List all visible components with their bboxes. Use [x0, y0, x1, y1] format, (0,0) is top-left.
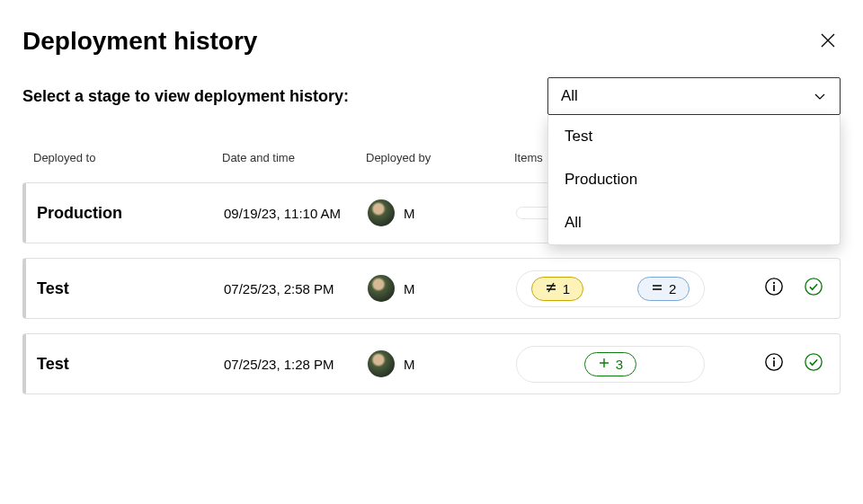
column-header-by: Deployed by	[366, 151, 514, 164]
avatar	[368, 350, 395, 377]
success-check-icon	[804, 352, 823, 376]
stage-filter-dropdown[interactable]: All	[547, 77, 841, 115]
deployment-row[interactable]: Test 07/25/23, 2:58 PM M 1 2	[22, 258, 841, 319]
deployment-datetime: 09/19/23, 11:10 AM	[224, 206, 368, 221]
items-badge-group: 1 2	[516, 270, 705, 307]
items-badge-group: 3	[516, 346, 705, 383]
stage-filter-menu: Test Production All	[547, 115, 841, 245]
deployment-datetime: 07/25/23, 1:28 PM	[224, 357, 368, 372]
info-icon[interactable]	[764, 277, 784, 300]
close-icon	[819, 31, 837, 52]
equal-icon	[651, 281, 663, 296]
pill-count: 2	[669, 281, 676, 296]
dropdown-selected-value: All	[561, 87, 578, 105]
deployment-row[interactable]: Test 07/25/23, 1:28 PM M 3	[22, 333, 841, 394]
column-header-datetime: Date and time	[222, 151, 366, 164]
add-pill[interactable]: 3	[584, 352, 636, 376]
equal-pill[interactable]: 2	[637, 277, 690, 301]
diff-pill[interactable]: 1	[531, 277, 583, 301]
success-check-icon	[804, 277, 823, 300]
deployment-stage: Production	[37, 204, 224, 223]
avatar	[368, 199, 395, 226]
page-title: Deployment history	[22, 27, 257, 56]
filter-label: Select a stage to view deployment histor…	[22, 87, 349, 106]
svg-point-7	[805, 279, 822, 295]
deployed-by-name: M	[404, 206, 415, 221]
deployment-stage: Test	[37, 355, 224, 374]
deployment-stage: Test	[37, 279, 224, 298]
plus-icon	[598, 357, 610, 372]
svg-point-5	[773, 282, 775, 284]
dropdown-option-production[interactable]: Production	[548, 158, 840, 201]
deployed-by-name: M	[404, 281, 415, 296]
svg-rect-10	[773, 360, 775, 367]
not-equal-icon	[545, 281, 557, 296]
svg-point-11	[805, 354, 822, 370]
pill-count: 1	[563, 281, 570, 296]
pill-count: 3	[616, 357, 623, 372]
close-button[interactable]	[815, 28, 841, 56]
deployment-datetime: 07/25/23, 2:58 PM	[224, 281, 368, 296]
dropdown-option-test[interactable]: Test	[548, 115, 840, 158]
info-icon[interactable]	[764, 352, 784, 376]
chevron-down-icon	[813, 89, 827, 103]
column-header-stage: Deployed to	[33, 151, 222, 164]
svg-point-9	[773, 358, 775, 359]
svg-rect-6	[773, 285, 775, 291]
avatar	[368, 275, 395, 302]
deployed-by-name: M	[404, 357, 415, 372]
dropdown-option-all[interactable]: All	[548, 201, 840, 244]
